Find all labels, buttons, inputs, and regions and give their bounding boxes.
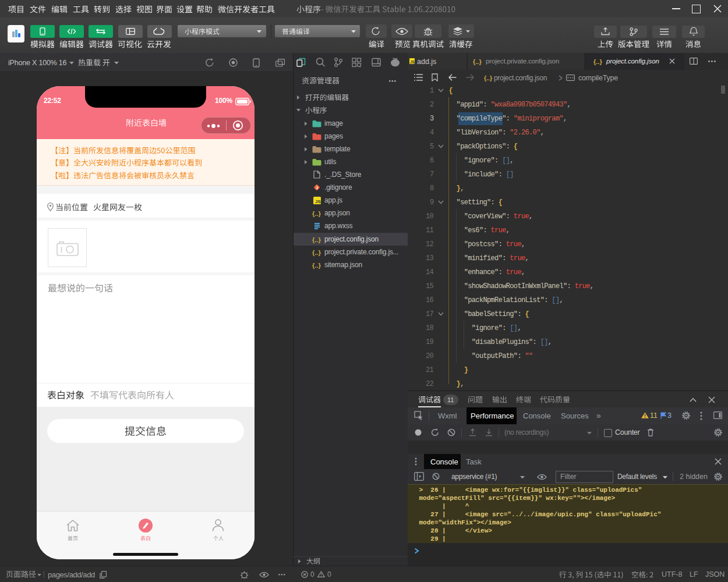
svg-text:JS: JS [315,199,321,204]
svg-text:{..}: {..} [312,236,321,243]
svg-text:{..}: {..} [312,262,321,269]
svg-text:{..}: {..} [312,210,321,217]
svg-text:{..}: {..} [312,249,321,256]
svg-text:JS: JS [410,60,415,64]
